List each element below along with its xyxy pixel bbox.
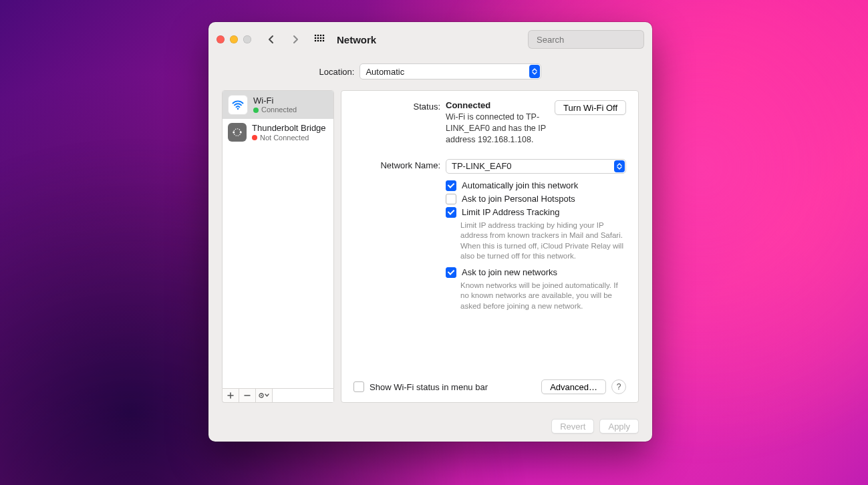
service-status: Connected xyxy=(261,106,297,114)
status-label: Status: xyxy=(353,100,446,112)
limit-ip-label: Limit IP Address Tracking xyxy=(462,207,559,217)
limit-ip-checkbox[interactable] xyxy=(446,207,456,218)
forward-button[interactable] xyxy=(286,31,305,47)
minimize-window-button[interactable] xyxy=(230,35,238,43)
network-preferences-window: Network Location: Automatic xyxy=(208,22,652,442)
status-value: Connected xyxy=(446,100,548,110)
auto-join-checkbox[interactable] xyxy=(446,180,456,191)
network-name-label: Network Name: xyxy=(353,159,446,170)
svg-point-8 xyxy=(315,40,317,42)
search-input[interactable] xyxy=(535,34,650,45)
ask-hotspots-label: Ask to join Personal Hotspots xyxy=(462,194,575,204)
chevron-up-down-icon xyxy=(529,65,540,78)
service-list-controls xyxy=(222,389,334,403)
thunderbolt-bridge-icon xyxy=(228,123,247,142)
ask-new-networks-label: Ask to join new networks xyxy=(462,267,557,277)
svg-point-17 xyxy=(240,132,242,134)
footer: Revert Apply xyxy=(208,411,652,442)
svg-point-16 xyxy=(233,132,235,134)
wifi-icon xyxy=(228,95,248,115)
show-status-menubar-checkbox[interactable] xyxy=(353,381,364,392)
close-window-button[interactable] xyxy=(216,35,225,43)
network-name-value: TP-LINK_EAF0 xyxy=(452,161,512,171)
service-list-spacer xyxy=(273,389,333,402)
toggle-wifi-button[interactable]: Turn Wi-Fi Off xyxy=(555,100,626,115)
toolbar: Network xyxy=(208,22,652,57)
status-dot-red xyxy=(252,135,257,140)
svg-point-3 xyxy=(323,35,325,37)
limit-ip-description: Limit IP address tracking by hiding your… xyxy=(460,220,626,262)
svg-point-7 xyxy=(323,37,325,39)
chevron-up-down-icon xyxy=(614,160,625,172)
ask-new-networks-checkbox[interactable] xyxy=(446,267,456,278)
svg-point-2 xyxy=(320,35,322,37)
service-item-thunderbolt[interactable]: Thunderbolt Bridge Not Connected xyxy=(223,119,333,146)
search-field[interactable] xyxy=(528,30,644,49)
auto-join-label: Automatically join this network xyxy=(462,180,578,190)
svg-point-11 xyxy=(323,40,325,42)
service-name: Wi-Fi xyxy=(253,96,297,106)
service-name: Thunderbolt Bridge xyxy=(252,123,326,134)
window-controls xyxy=(216,35,251,43)
svg-point-5 xyxy=(317,37,319,39)
revert-button[interactable]: Revert xyxy=(551,419,594,434)
window-title: Network xyxy=(337,34,376,45)
service-item-wifi[interactable]: Wi-Fi Connected xyxy=(223,91,333,119)
show-status-menubar-label: Show Wi-Fi status in menu bar xyxy=(370,382,536,392)
add-service-button[interactable] xyxy=(223,389,239,402)
svg-point-15 xyxy=(234,129,241,136)
svg-point-1 xyxy=(317,35,319,37)
zoom-window-button[interactable] xyxy=(243,35,251,43)
svg-point-10 xyxy=(320,40,322,42)
status-dot-green xyxy=(253,108,259,113)
ask-new-networks-description: Known networks will be joined automatica… xyxy=(460,281,626,312)
svg-point-14 xyxy=(237,108,239,110)
service-detail-pane: Status: Connected Wi-Fi is connected to … xyxy=(341,90,639,403)
help-button[interactable]: ? xyxy=(611,379,626,394)
service-status: Not Connected xyxy=(260,134,309,142)
svg-point-0 xyxy=(315,35,317,37)
network-name-popup[interactable]: TP-LINK_EAF0 xyxy=(446,159,626,174)
apply-button[interactable]: Apply xyxy=(599,419,639,434)
show-all-button[interactable] xyxy=(310,31,329,47)
location-label: Location: xyxy=(319,67,355,77)
ask-hotspots-checkbox[interactable] xyxy=(446,194,456,204)
back-button[interactable] xyxy=(262,31,281,47)
remove-service-button[interactable] xyxy=(239,389,256,402)
svg-point-6 xyxy=(320,37,322,39)
service-actions-button[interactable] xyxy=(256,389,273,402)
service-list[interactable]: Wi-Fi Connected Thunderbolt Bridge Not C… xyxy=(222,90,334,389)
svg-point-4 xyxy=(315,37,317,39)
svg-point-9 xyxy=(317,40,319,42)
status-description: Wi-Fi is connected to TP-LINK_EAF0 and h… xyxy=(446,112,548,146)
svg-point-19 xyxy=(261,395,262,396)
location-value: Automatic xyxy=(366,67,404,77)
advanced-button[interactable]: Advanced… xyxy=(541,379,606,394)
location-row: Location: Automatic xyxy=(208,57,652,90)
location-popup[interactable]: Automatic xyxy=(359,63,541,79)
